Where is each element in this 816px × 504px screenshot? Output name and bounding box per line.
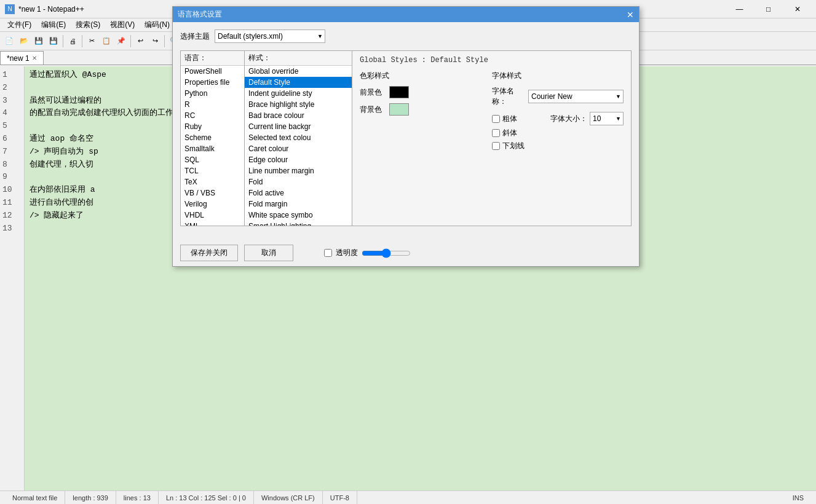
lang-item-properties[interactable]: Properties file	[181, 77, 244, 88]
line-num: 7	[2, 146, 22, 159]
lang-list[interactable]: PowerShell Properties file Python R RC R…	[181, 66, 244, 226]
close-button[interactable]: ✕	[783, 0, 811, 18]
bold-checkbox[interactable]	[492, 115, 500, 123]
style-item-fold-margin[interactable]: Fold margin	[245, 199, 352, 210]
maximize-button[interactable]: □	[755, 0, 782, 18]
theme-select-wrapper: Default (stylers.xml)	[215, 30, 325, 43]
lang-list-panel: 语言： PowerShell Properties file Python R …	[180, 50, 245, 226]
theme-row: 选择主题 Default (stylers.xml)	[180, 30, 632, 43]
style-item-fold-active[interactable]: Fold active	[245, 187, 352, 199]
fg-color-row: 前景色	[360, 86, 480, 98]
lang-item-xml[interactable]: XML	[181, 221, 244, 226]
style-item-edge[interactable]: Edge colour	[245, 154, 352, 165]
lang-item-smalltalk[interactable]: Smalltalk	[181, 143, 244, 154]
toolbar-print[interactable]: 🖨	[66, 34, 79, 48]
font-section: 字体样式 字体名称： Courier New 粗体	[492, 71, 624, 154]
lang-style-dialog: 语言格式设置 ✕ 选择主题 Default (stylers.xml) 语言： …	[172, 6, 640, 267]
toolbar-redo[interactable]: ↪	[148, 34, 162, 48]
toolbar-sep4	[164, 35, 165, 47]
toolbar-copy[interactable]: 📋	[100, 34, 113, 48]
toolbar-undo[interactable]: ↩	[133, 34, 147, 48]
lang-item-r[interactable]: R	[181, 99, 244, 110]
menu-view[interactable]: 视图(V)	[105, 18, 140, 32]
status-lines: lines : 13	[116, 491, 159, 504]
transparency-checkbox[interactable]	[324, 249, 332, 257]
tab-close-icon[interactable]: ✕	[32, 55, 37, 61]
lang-item-vhdl[interactable]: VHDL	[181, 210, 244, 221]
style-item-bad-brace[interactable]: Bad brace colour	[245, 110, 352, 121]
lang-item-rc[interactable]: RC	[181, 110, 244, 121]
font-size-select[interactable]: 10	[590, 112, 624, 125]
font-name-label: 字体名称：	[492, 86, 526, 107]
style-list[interactable]: Global override Default Style Indent gui…	[245, 66, 352, 226]
transparency-row: 透明度	[324, 248, 411, 258]
style-detail-panel: Global Styles : Default Style 色彩样式 前景色 背…	[352, 50, 632, 226]
style-item-line-number[interactable]: Line number margin	[245, 165, 352, 176]
fg-color-label: 前景色	[360, 87, 384, 98]
lang-item-tcl[interactable]: TCL	[181, 165, 244, 176]
toolbar-cut[interactable]: ✂	[85, 34, 98, 48]
toolbar-paste[interactable]: 📌	[114, 34, 128, 48]
lang-item-ruby[interactable]: Ruby	[181, 121, 244, 132]
style-item-smart-hl[interactable]: Smart HighLighting	[245, 221, 352, 226]
lang-item-vbvbs[interactable]: VB / VBS	[181, 187, 244, 199]
lang-item-sql[interactable]: SQL	[181, 154, 244, 165]
style-item-global[interactable]: Global override	[245, 66, 352, 77]
bg-color-label: 背景色	[360, 104, 384, 115]
toolbar-save[interactable]: 💾	[32, 34, 46, 48]
lang-item-verilog[interactable]: Verilog	[181, 199, 244, 210]
line-num: 11	[2, 197, 22, 210]
line-num: 3	[2, 95, 22, 108]
underline-checkbox[interactable]	[492, 142, 500, 150]
line-num: 5	[2, 120, 22, 133]
style-list-panel: 样式： Global override Default Style Indent…	[245, 50, 352, 226]
fg-color-swatch[interactable]	[389, 86, 409, 98]
tab-label: *new 1	[7, 54, 30, 63]
menu-edit[interactable]: 编辑(E)	[36, 18, 71, 32]
dialog-title-bar: 语言格式设置 ✕	[173, 7, 639, 22]
underline-label: 下划线	[502, 141, 525, 151]
bg-color-row: 背景色	[360, 103, 480, 116]
style-list-header: 样式：	[245, 51, 352, 66]
dialog-close-button[interactable]: ✕	[627, 10, 634, 20]
color-section-title: 色彩样式	[360, 71, 480, 81]
toolbar-new[interactable]: 📄	[2, 34, 16, 48]
minimize-button[interactable]: —	[726, 0, 753, 18]
cancel-button[interactable]: 取消	[244, 245, 293, 261]
line-num: 1	[2, 69, 22, 82]
menu-file[interactable]: 文件(F)	[2, 18, 36, 32]
save-close-button[interactable]: 保存并关闭	[180, 245, 238, 261]
menu-search[interactable]: 搜索(S)	[71, 18, 105, 32]
toolbar-sep3	[130, 35, 131, 47]
style-item-brace[interactable]: Brace highlight style	[245, 99, 352, 110]
status-lineendings: Windows (CR LF)	[254, 491, 323, 504]
toolbar-save-all[interactable]: 💾	[47, 34, 60, 48]
line-num: 2	[2, 82, 22, 95]
style-item-selected-text[interactable]: Selected text colou	[245, 132, 352, 143]
line-num: 10	[2, 184, 22, 197]
status-encoding: UTF-8	[323, 491, 357, 504]
style-item-caret[interactable]: Caret colour	[245, 143, 352, 154]
style-item-whitespace[interactable]: White space symbo	[245, 210, 352, 221]
style-item-current-line[interactable]: Current line backgr	[245, 121, 352, 132]
dialog-body: 选择主题 Default (stylers.xml) 语言： PowerShel…	[173, 22, 639, 240]
lang-item-scheme[interactable]: Scheme	[181, 132, 244, 143]
style-item-default[interactable]: Default Style	[245, 77, 352, 88]
line-num: 6	[2, 133, 22, 146]
status-ins: INS	[785, 491, 811, 504]
menu-encoding[interactable]: 编码(N)	[140, 18, 175, 32]
lang-item-python[interactable]: Python	[181, 88, 244, 99]
tab-new1[interactable]: *new 1 ✕	[0, 51, 44, 65]
bg-color-swatch[interactable]	[389, 103, 409, 116]
style-item-fold[interactable]: Fold	[245, 176, 352, 187]
transparency-slider[interactable]	[362, 248, 411, 258]
transparency-label: 透明度	[336, 248, 358, 258]
style-item-indent[interactable]: Indent guideline sty	[245, 88, 352, 99]
lang-item-powershell[interactable]: PowerShell	[181, 66, 244, 77]
theme-select[interactable]: Default (stylers.xml)	[215, 30, 325, 43]
lang-item-tex[interactable]: TeX	[181, 176, 244, 187]
toolbar-sep2	[82, 35, 82, 47]
font-name-select[interactable]: Courier New	[528, 90, 624, 103]
toolbar-open[interactable]: 📂	[17, 34, 31, 48]
italic-checkbox[interactable]	[492, 129, 500, 137]
